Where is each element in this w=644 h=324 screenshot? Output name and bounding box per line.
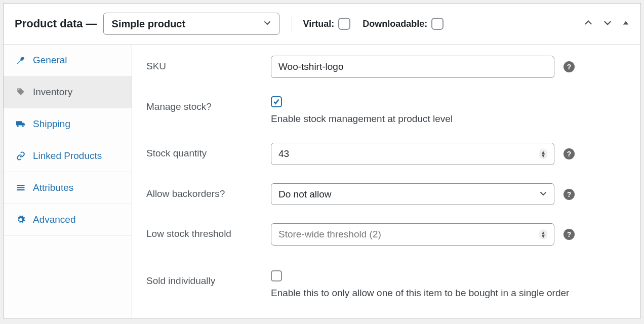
panel-title: Product data — [15, 17, 97, 30]
virtual-label: Virtual: [303, 19, 335, 29]
tab-inventory[interactable]: Inventory [4, 76, 132, 108]
help-icon[interactable]: ? [564, 148, 575, 159]
tag-icon [16, 88, 26, 97]
link-icon [16, 151, 26, 160]
low-stock-input[interactable] [271, 223, 554, 246]
collapse-icon[interactable] [622, 19, 629, 28]
help-icon[interactable]: ? [564, 189, 575, 200]
tab-label: Linked Products [33, 150, 102, 161]
list-icon [16, 183, 26, 192]
inventory-panel: SKU ? Manage stock? Enable stock managem… [132, 45, 640, 318]
tab-linked-products[interactable]: Linked Products [4, 140, 132, 172]
svg-rect-0 [17, 185, 25, 186]
tab-label: Shipping [33, 118, 70, 130]
sold-individually-label: Sold individually [146, 270, 271, 287]
svg-rect-1 [17, 187, 25, 188]
svg-rect-2 [17, 189, 25, 190]
manage-stock-desc: Enable stock management at product level [271, 113, 626, 125]
stock-qty-label: Stock quantity [146, 143, 271, 159]
product-data-tabs: General Inventory Shipping Linked Produc… [4, 45, 132, 318]
tab-label: Advanced [33, 214, 76, 225]
tab-attributes[interactable]: Attributes [4, 172, 132, 204]
backorders-label: Allow backorders? [146, 183, 271, 199]
panel-header: Product data — Simple product Virtual: D… [4, 4, 640, 45]
sku-input[interactable] [271, 56, 554, 78]
product-type-select[interactable]: Simple product [103, 13, 279, 35]
downloadable-label: Downloadable: [363, 19, 427, 29]
truck-icon [16, 119, 26, 129]
backorders-select[interactable]: Do not allow [271, 183, 554, 205]
move-down-icon[interactable] [603, 18, 612, 29]
product-data-panel: Product data — Simple product Virtual: D… [3, 3, 641, 318]
tab-general[interactable]: General [4, 45, 132, 76]
tab-advanced[interactable]: Advanced [4, 204, 132, 236]
panel-body: General Inventory Shipping Linked Produc… [4, 45, 640, 318]
sold-individually-checkbox[interactable] [271, 270, 282, 281]
wrench-icon [16, 56, 26, 65]
tab-label: General [33, 55, 67, 66]
tab-label: Attributes [33, 182, 73, 193]
separator [292, 16, 292, 31]
tab-label: Inventory [33, 87, 72, 98]
virtual-checkbox[interactable] [338, 18, 350, 30]
tab-shipping[interactable]: Shipping [4, 108, 132, 140]
gear-icon [16, 215, 26, 224]
sku-label: SKU [146, 56, 271, 72]
manage-stock-checkbox[interactable] [271, 96, 282, 107]
help-icon[interactable]: ? [564, 229, 575, 240]
low-stock-label: Low stock threshold [146, 223, 271, 239]
manage-stock-label: Manage stock? [146, 96, 271, 112]
move-up-icon[interactable] [584, 18, 593, 29]
sold-individually-desc: Enable this to only allow one of this it… [271, 288, 626, 299]
help-icon[interactable]: ? [564, 61, 575, 72]
stock-quantity-input[interactable] [271, 143, 554, 165]
downloadable-checkbox[interactable] [431, 18, 444, 30]
